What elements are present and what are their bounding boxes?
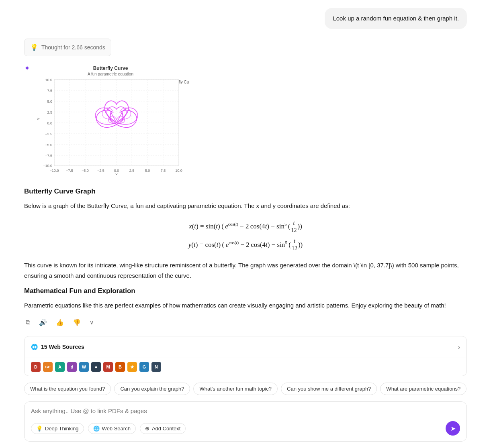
para2: This curve is known for its intricate, w… (24, 260, 467, 281)
svg-text:y: y (36, 118, 40, 120)
equation-y: y(t) = cos(t) ( ecos(t) − 2 cos(4t) − si… (24, 237, 467, 252)
svg-text:2.5: 2.5 (47, 110, 52, 114)
web-sources-box: 🌐 15 Web Sources › D GP A d W ● M B ★ G … (24, 336, 467, 377)
source-favicon-3: A (55, 362, 65, 372)
svg-text:−5.0: −5.0 (82, 169, 89, 173)
input-controls: 💡 Deep Thinking 🌐 Web Search ⊕ Add Conte… (31, 421, 460, 436)
copy-button[interactable]: ⧉ (24, 317, 32, 328)
source-favicon-6: ● (91, 362, 101, 372)
suggestion-chip-5[interactable]: What are parametric equations? (380, 383, 466, 395)
svg-text:−2.5: −2.5 (97, 169, 104, 173)
equations-block: x(t) = sin(t) ( ecos(t) − 2 cos(4t) − si… (24, 219, 467, 252)
audio-button[interactable]: 🔊 (37, 317, 49, 328)
suggestion-chip-2[interactable]: Can you explain the graph? (114, 383, 190, 395)
action-bar: ⧉ 🔊 👍 👎 ∨ (24, 317, 467, 328)
svg-text:10.0: 10.0 (175, 169, 182, 173)
add-context-button[interactable]: ⊕ Add Context (140, 423, 186, 434)
heading1-section: Butterfly Curve Graph Below is a graph o… (24, 186, 467, 211)
svg-text:−2.5: −2.5 (45, 132, 52, 136)
footer: Having problems? Contact us for help. (24, 446, 467, 448)
thumbup-button[interactable]: 👍 (54, 317, 65, 328)
svg-text:0.0: 0.0 (47, 121, 52, 125)
expand-icon[interactable]: ✦ (24, 63, 30, 74)
svg-text:7.5: 7.5 (47, 89, 52, 93)
equation-x: x(t) = sin(t) ( ecos(t) − 2 cos(4t) − si… (24, 219, 467, 234)
deep-thinking-button[interactable]: 💡 Deep Thinking (31, 423, 84, 434)
svg-text:−7.5: −7.5 (66, 169, 73, 173)
web-sources-title: 🌐 15 Web Sources (31, 342, 84, 351)
svg-text:X: X (115, 173, 118, 175)
source-favicon-11: N (151, 362, 161, 372)
suggestion-chip-4[interactable]: Can you show me a different graph? (281, 383, 377, 395)
web-search-button[interactable]: 🌐 Web Search (88, 423, 136, 434)
web-sources-icons-row: D GP A d W ● M B ★ G N (25, 358, 466, 376)
web-search-label: Web Search (102, 426, 131, 432)
suggestion-chip-3[interactable]: What's another fun math topic? (193, 383, 278, 395)
copy-icon: ⧉ (26, 319, 30, 326)
source-favicon-8: B (115, 362, 125, 372)
thumbdown-icon: 👎 (73, 319, 81, 326)
para2-section: This curve is known for its intricate, w… (24, 260, 467, 281)
suggestions-row: What is the equation you found? Can you … (24, 383, 467, 395)
source-favicon-7: M (103, 362, 113, 372)
plus-icon: ⊕ (145, 426, 149, 432)
deep-thinking-label: Deep Thinking (45, 426, 79, 432)
user-message-bubble: Look up a random fun equation & then gra… (325, 8, 467, 29)
chart-svg-wrapper: Butterfly Curve A fun parametric equatio… (32, 63, 467, 178)
web-sources-count: 15 Web Sources (41, 342, 84, 351)
para1: Below is a graph of the Butterfly Curve,… (24, 201, 467, 211)
thought-indicator: 💡 Thought for 2.66 seconds (24, 39, 111, 56)
svg-text:5.0: 5.0 (145, 169, 150, 173)
web-sources-header: 🌐 15 Web Sources › (25, 336, 466, 358)
svg-text:7.5: 7.5 (161, 169, 166, 173)
user-message-text: Look up a random fun equation & then gra… (333, 15, 459, 22)
heading2: Mathematical Fun and Exploration (24, 285, 467, 296)
suggestion-chip-1[interactable]: What is the equation you found? (24, 383, 111, 395)
input-controls-left: 💡 Deep Thinking 🌐 Web Search ⊕ Add Conte… (31, 423, 186, 434)
thumbdown-button[interactable]: 👎 (71, 317, 82, 328)
source-favicon-5: W (79, 362, 89, 372)
source-favicon-9: ★ (127, 362, 137, 372)
svg-text:10.0: 10.0 (45, 78, 52, 82)
add-context-label: Add Context (152, 426, 181, 432)
svg-text:5.0: 5.0 (47, 100, 52, 104)
audio-icon: 🔊 (39, 319, 47, 326)
source-favicon-1: D (31, 362, 41, 372)
input-area: 💡 Deep Thinking 🌐 Web Search ⊕ Add Conte… (24, 401, 467, 442)
globe-icon: 🌐 (31, 342, 38, 351)
source-favicon-10: G (139, 362, 149, 372)
send-button[interactable]: ➤ (446, 421, 460, 436)
chart-title: Butterfly Curve (93, 65, 128, 71)
para3: Parametric equations like this are perfe… (24, 300, 467, 311)
bulb-icon: 💡 (30, 42, 38, 53)
globe-icon-small: 🌐 (93, 426, 100, 432)
source-favicon-4: d (67, 362, 77, 372)
svg-text:−7.5: −7.5 (45, 154, 52, 158)
heading2-section: Mathematical Fun and Exploration Paramet… (24, 285, 467, 311)
chart-container: ✦ Butterfly Curve A fun parametric equat… (24, 63, 467, 178)
more-actions-button[interactable]: ∨ (88, 318, 95, 327)
heading1: Butterfly Curve Graph (24, 186, 467, 197)
svg-text:−5.0: −5.0 (45, 143, 52, 147)
svg-text:2.5: 2.5 (129, 169, 135, 173)
source-favicon-2: GP (43, 362, 53, 372)
chat-input[interactable] (31, 407, 460, 414)
chart-subtitle: A fun parametric equation (88, 72, 133, 76)
chevron-down-icon: ∨ (90, 319, 94, 326)
butterfly-chart: Butterfly Curve A fun parametric equatio… (32, 63, 189, 175)
svg-text:−10.0: −10.0 (43, 164, 52, 168)
thought-label: Thought for 2.66 seconds (41, 43, 105, 52)
svg-text:−10.0: −10.0 (50, 169, 59, 173)
thumbup-icon: 👍 (56, 319, 64, 326)
web-sources-expand-icon[interactable]: › (458, 342, 460, 352)
bulb-icon-small: 💡 (36, 426, 43, 432)
send-icon: ➤ (450, 425, 456, 432)
svg-text:0.0: 0.0 (114, 169, 119, 173)
